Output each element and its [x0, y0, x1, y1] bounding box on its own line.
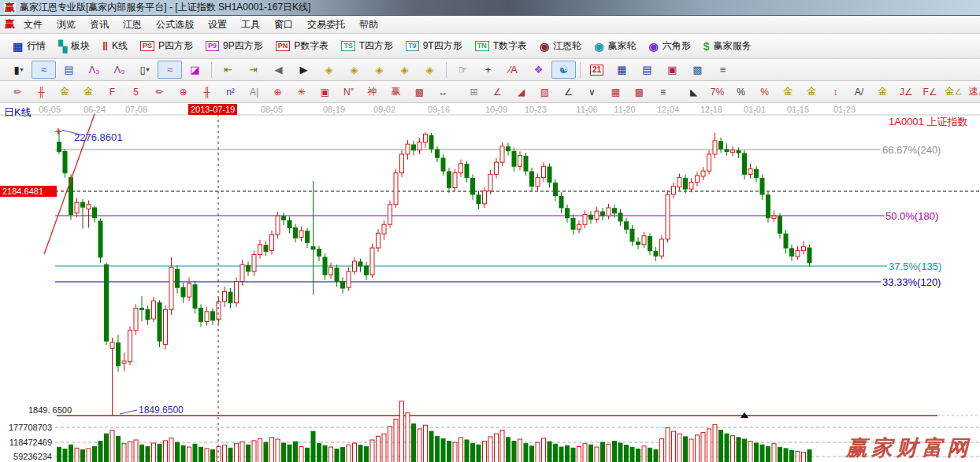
fractal-overlay-button[interactable]: ≈ [158, 61, 182, 79]
dense-grid-button[interactable]: ▦ [604, 83, 627, 101]
menu-交易委托[interactable]: 交易委托 [300, 16, 352, 34]
toolbar-quotes[interactable]: ▦行情 [6, 36, 52, 56]
gold-grid-1-button[interactable]: 金 [54, 83, 76, 101]
menu-设置[interactable]: 设置 [201, 16, 234, 34]
wave-count-3-button[interactable]: Λ₃ [82, 61, 106, 79]
toolbar-winner-service[interactable]: $赢家服务 [697, 36, 758, 56]
su-angle-button[interactable]: 速∠ [966, 83, 980, 101]
time-wheel-icon: ⊕ [179, 87, 187, 98]
menu-公式选股[interactable]: 公式选股 [149, 16, 201, 34]
hand-tool-button[interactable]: ☞ [451, 61, 475, 79]
draw-pen-2-button[interactable]: ✏ [148, 83, 171, 101]
f-grid-button[interactable]: F [101, 83, 124, 101]
percent-red-button[interactable]: % [753, 83, 776, 101]
gann-shape-tool-button[interactable]: ❖ [526, 61, 551, 79]
f-angle-button[interactable]: F∠ [919, 83, 941, 101]
wave-count-9-icon: Λ₉ [114, 64, 125, 76]
grid-box-button[interactable]: ▩ [408, 83, 431, 101]
candle-period-dropdown-icon: ▾ [20, 66, 24, 73]
menu-江恩[interactable]: 江恩 [116, 16, 149, 34]
slant-lines-button[interactable]: ≡ [651, 83, 674, 101]
t-square-icon: TS [341, 41, 355, 51]
price-rails-button[interactable]: ╫ [30, 83, 53, 101]
toolbar-9t-square[interactable]: T99T四方形 [399, 36, 469, 56]
percent-button[interactable]: % [729, 83, 752, 101]
menu-帮助[interactable]: 帮助 [352, 16, 385, 34]
gold-grid-2-button[interactable]: 金 [77, 83, 100, 101]
gold-circle-button[interactable]: 金 [777, 83, 800, 101]
toolbar-winner-wheel[interactable]: ◉赢家轮 [588, 36, 642, 56]
v-span-button[interactable]: ↕ [824, 83, 847, 101]
measure-block-button[interactable]: ◣ [682, 83, 705, 101]
candle-period-button[interactable]: ▮▾ [6, 61, 31, 79]
export-button[interactable]: ▩ [685, 61, 710, 79]
fit-all-button[interactable]: ◈ [418, 61, 442, 79]
zigzag-overlay-button[interactable]: ≈ [32, 61, 56, 79]
wave-count-9-button[interactable]: Λ₉ [107, 61, 132, 79]
winner-service-icon: $ [703, 41, 710, 52]
ying-tool-button[interactable]: 赢 [384, 83, 407, 101]
wave-lines-button[interactable]: ∨ [581, 83, 603, 101]
info-list-button[interactable]: ▤ [57, 61, 81, 79]
step-back-button[interactable]: ◀ [266, 61, 291, 79]
seven-percent-button[interactable]: 7% [706, 83, 729, 101]
circle-cross-button[interactable]: ⊕ [266, 83, 289, 101]
box-target-button[interactable]: ▣ [314, 83, 336, 101]
zoom-out-x-button[interactable]: ◈ [367, 61, 392, 79]
trendline-tool-button[interactable]: ∕A [501, 61, 525, 79]
shift-right-button[interactable]: ◈ [342, 61, 366, 79]
toolbar-p-number-table[interactable]: PNP数字表 [269, 36, 336, 56]
notepad-button[interactable]: ▤ [635, 61, 659, 79]
shen-tool-icon: 神 [368, 85, 377, 98]
star-rays-button[interactable]: ✳ [290, 83, 313, 101]
menu-资讯[interactable]: 资讯 [83, 16, 116, 34]
gold-angle-button[interactable]: 金∠ [942, 83, 965, 101]
draw-pen-button[interactable]: ✏ [6, 83, 29, 101]
time-wheel-button[interactable]: ⊕ [172, 83, 195, 101]
menu-浏览[interactable]: 浏览 [50, 16, 83, 34]
v-span-icon: ↕ [833, 87, 838, 98]
zoom-in-x-button[interactable]: ◈ [392, 61, 417, 79]
analysis-tool-button[interactable]: ☯ [551, 61, 576, 79]
toolbar-t-square[interactable]: TST四方形 [335, 36, 399, 56]
a-slash-button[interactable]: A/ [848, 83, 870, 101]
gold-line-button[interactable]: 金 [800, 83, 823, 101]
pillars-button[interactable]: N″ [337, 83, 360, 101]
candle-tool-button[interactable]: ▯▾ [132, 61, 157, 79]
first-bar-button[interactable]: ⇤ [216, 61, 240, 79]
last-bar-button[interactable]: ⇥ [241, 61, 265, 79]
calculator-button[interactable]: ▦ [610, 61, 634, 79]
price-rails-2-button[interactable]: ╫ [195, 83, 218, 101]
angle-lines-button[interactable]: ∠ [557, 83, 580, 101]
toolbar-p-square[interactable]: PSP四方形 [134, 36, 199, 56]
corner-fan-button[interactable]: ◢ [510, 83, 533, 101]
spiral-5-button[interactable]: 5 [124, 83, 147, 101]
crosshair-tool-button[interactable]: + [476, 61, 500, 79]
color-profile-button[interactable]: ◪ [183, 61, 207, 79]
toolbar-9p-square[interactable]: P99P四方形 [199, 36, 269, 56]
h-span-button[interactable]: ↔ [432, 83, 455, 101]
toolbar-t-number-table[interactable]: TNT数字表 [469, 36, 533, 56]
n-square-button[interactable]: n² [219, 83, 242, 101]
menu-文件[interactable]: 文件 [17, 16, 50, 34]
box-fan-button[interactable]: ▨ [533, 83, 556, 101]
ray-fan-button[interactable]: ∠ [486, 83, 509, 101]
toolbar-sectors[interactable]: ▚板块 [52, 36, 96, 56]
save-button[interactable]: ▣ [660, 61, 685, 79]
dense-grid-2-button[interactable]: ▩ [628, 83, 651, 101]
menu-窗口[interactable]: 窗口 [267, 16, 300, 34]
shift-left-button[interactable]: ◈ [317, 61, 341, 79]
shen-tool-button[interactable]: 神 [361, 83, 384, 101]
gold-under-button[interactable]: 金 [871, 83, 894, 101]
toolbar-kline[interactable]: ‖K线 [96, 36, 134, 56]
calendar-button[interactable]: 21 [585, 61, 609, 79]
j-angle-button[interactable]: J∠ [895, 83, 918, 101]
menu-工具[interactable]: 工具 [234, 16, 267, 34]
toolbar-separator [211, 62, 212, 78]
toolbar-gann-wheel[interactable]: ◉江恩轮 [533, 36, 588, 56]
step-forward-button[interactable]: ▶ [291, 61, 316, 79]
print-button[interactable]: ≡ [711, 61, 735, 79]
angle-a-button[interactable]: A| [243, 83, 265, 101]
toolbar-hexagon[interactable]: ◉六角形 [642, 36, 696, 56]
square-plot-button[interactable]: ⊞ [462, 83, 485, 101]
